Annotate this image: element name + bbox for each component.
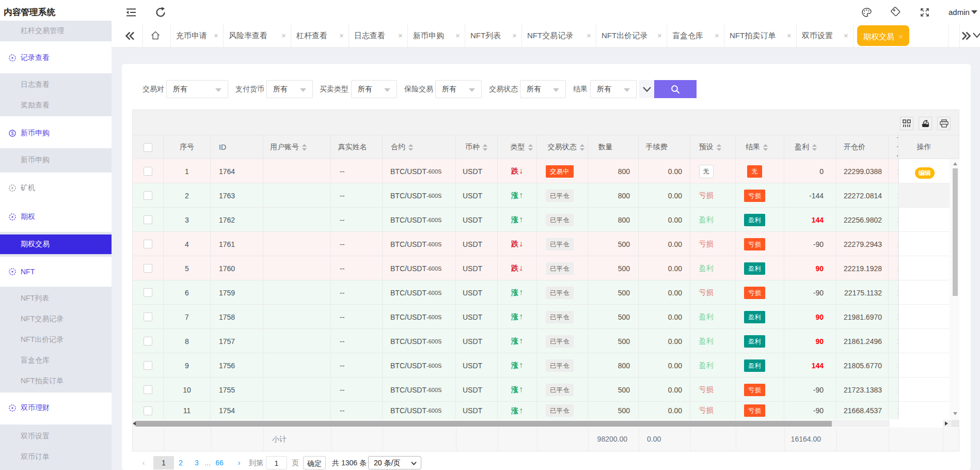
svg-text:$: $ (11, 131, 13, 136)
